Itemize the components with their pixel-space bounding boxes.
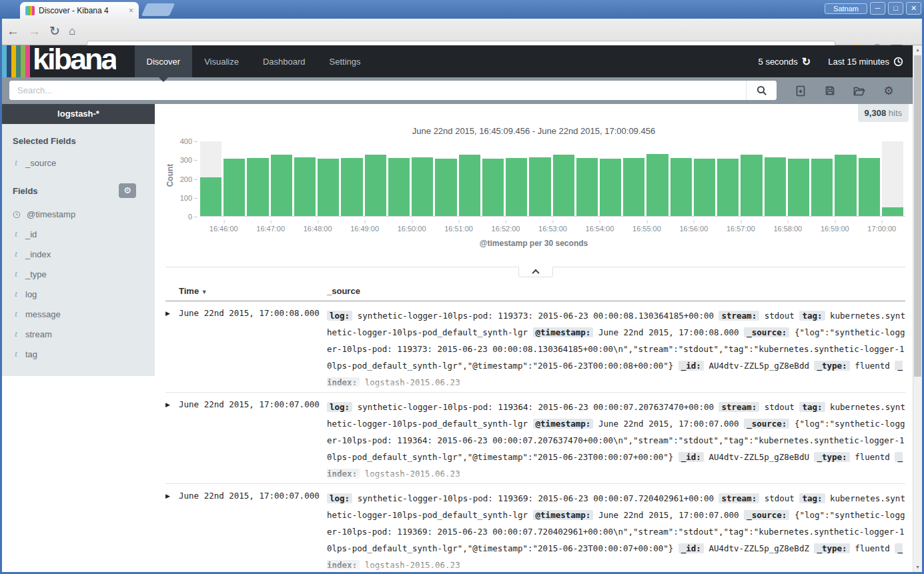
histogram-slot bbox=[412, 141, 435, 216]
minimize-button[interactable]: ─ bbox=[870, 2, 885, 15]
field-item-tag[interactable]: ttag bbox=[2, 344, 155, 364]
histogram-bar[interactable] bbox=[223, 159, 245, 216]
expand-row-icon[interactable]: ▶ bbox=[165, 307, 179, 392]
save-icon bbox=[825, 85, 835, 96]
field-item-_source[interactable]: t_source bbox=[2, 153, 155, 173]
chart-divider bbox=[165, 267, 905, 267]
field-item-_type[interactable]: t_type bbox=[2, 264, 155, 284]
field-item-stream[interactable]: tstream bbox=[2, 324, 155, 344]
nav-tab-settings[interactable]: Settings bbox=[318, 45, 373, 77]
histogram-bar[interactable] bbox=[835, 155, 856, 216]
histogram-bar[interactable] bbox=[506, 158, 527, 216]
save-search-button[interactable] bbox=[815, 77, 845, 104]
string-type-icon: t bbox=[13, 289, 19, 299]
histogram-slot bbox=[318, 141, 341, 216]
maximize-button[interactable]: □ bbox=[888, 2, 903, 15]
fields-settings-button[interactable]: ⚙ bbox=[119, 183, 136, 198]
histogram-slot bbox=[811, 141, 835, 216]
back-icon[interactable]: ← bbox=[7, 23, 19, 40]
histogram-bar[interactable] bbox=[200, 177, 221, 216]
field-item-log[interactable]: tlog bbox=[2, 284, 155, 304]
scroll-up-arrow-icon[interactable]: ▲ bbox=[913, 45, 922, 55]
histogram-bar[interactable] bbox=[459, 155, 480, 216]
nav-tab-discover[interactable]: Discover bbox=[135, 45, 193, 77]
nav-tab-dashboard[interactable]: Dashboard bbox=[251, 45, 318, 77]
collapse-chart-button[interactable] bbox=[518, 267, 553, 277]
histogram-bar[interactable] bbox=[435, 159, 456, 216]
field-badge: stream: bbox=[719, 311, 759, 321]
histogram-bar[interactable] bbox=[271, 155, 292, 216]
field-badge: stream: bbox=[719, 402, 759, 412]
histogram-bar[interactable] bbox=[341, 158, 362, 216]
histogram-bar[interactable] bbox=[859, 158, 880, 216]
kibana-brand[interactable]: kibana bbox=[33, 45, 116, 77]
histogram-bar[interactable] bbox=[412, 157, 433, 216]
histogram-bar[interactable] bbox=[882, 207, 903, 216]
histogram-bar[interactable] bbox=[600, 159, 621, 216]
refresh-interval-button[interactable]: 5 seconds ↻ bbox=[759, 55, 811, 68]
time-range-button[interactable]: Last 15 minutes bbox=[828, 57, 903, 67]
histogram-bar[interactable] bbox=[576, 158, 598, 216]
settings-button[interactable]: ⚙ bbox=[874, 77, 903, 104]
field-item-timestamp[interactable]: @timestamp bbox=[2, 205, 155, 224]
histogram-bar[interactable] bbox=[482, 159, 504, 216]
field-item-message[interactable]: tmessage bbox=[2, 304, 155, 324]
clock-icon bbox=[13, 211, 21, 219]
histogram-bar[interactable] bbox=[811, 159, 833, 216]
logo-stripe bbox=[16, 45, 21, 77]
histogram-bar[interactable] bbox=[788, 159, 809, 216]
new-document-icon bbox=[795, 85, 806, 97]
histogram-bar[interactable] bbox=[623, 158, 644, 216]
x-tick-label: 16:47:00 bbox=[256, 225, 285, 233]
search-button[interactable] bbox=[746, 81, 777, 100]
documents-table: Time ▼ _source ▶June 22nd 2015, 17:00:08… bbox=[165, 283, 905, 574]
field-badge: tag: bbox=[799, 311, 825, 321]
x-axis-label: @timestamp per 30 seconds bbox=[155, 239, 913, 248]
histogram-bar[interactable] bbox=[694, 159, 715, 216]
histogram-bar[interactable] bbox=[741, 155, 762, 216]
histogram-bar[interactable] bbox=[670, 158, 692, 216]
histogram-bar[interactable] bbox=[247, 158, 268, 216]
logo-stripe bbox=[21, 45, 25, 77]
expand-row-icon[interactable]: ▶ bbox=[165, 490, 179, 574]
histogram-bar[interactable] bbox=[365, 155, 386, 216]
x-tick-label: 16:49:00 bbox=[350, 225, 379, 233]
hits-badge: 9,308 hits bbox=[858, 104, 909, 122]
close-button[interactable]: ✕ bbox=[906, 2, 921, 15]
field-item-_index[interactable]: t_index bbox=[2, 244, 155, 264]
field-badge: _source: bbox=[744, 419, 789, 429]
column-header-time[interactable]: Time ▼ bbox=[165, 286, 327, 296]
histogram-slot bbox=[694, 141, 717, 216]
histogram-bar[interactable] bbox=[294, 157, 316, 216]
index-pattern-header[interactable]: logstash-* bbox=[2, 104, 155, 124]
new-tab-button[interactable] bbox=[141, 3, 175, 16]
scroll-down-arrow-icon[interactable]: ▼ bbox=[913, 563, 922, 572]
histogram-bar[interactable] bbox=[553, 155, 574, 216]
histogram-bar[interactable] bbox=[765, 157, 786, 216]
user-button[interactable]: Satnam bbox=[825, 3, 867, 14]
new-search-button[interactable] bbox=[786, 77, 815, 104]
expand-row-icon[interactable]: ▶ bbox=[165, 399, 179, 483]
histogram-bar[interactable] bbox=[717, 159, 739, 216]
reload-icon[interactable]: ↻ bbox=[49, 23, 60, 40]
nav-tab-visualize[interactable]: Visualize bbox=[192, 45, 251, 77]
x-tick-label: 16:58:00 bbox=[773, 225, 802, 233]
histogram-bar[interactable] bbox=[318, 159, 339, 216]
column-header-source: _source bbox=[327, 286, 360, 296]
open-search-button[interactable] bbox=[845, 77, 874, 104]
field-name: stream bbox=[25, 329, 52, 339]
string-type-icon: t bbox=[13, 157, 19, 168]
histogram-bar[interactable] bbox=[388, 158, 410, 216]
query-bar: ⚙ bbox=[2, 77, 913, 104]
tab-close-icon[interactable]: × bbox=[129, 6, 133, 15]
histogram-bar[interactable] bbox=[529, 157, 550, 216]
home-icon[interactable]: ⌂ bbox=[69, 23, 75, 40]
search-input[interactable] bbox=[9, 81, 746, 100]
browser-tab[interactable]: Discover - Kibana 4 × bbox=[20, 2, 139, 19]
histogram-bar[interactable] bbox=[646, 154, 668, 216]
page-scrollbar[interactable]: ▲ ▼ bbox=[913, 45, 922, 572]
time-range-label: Last 15 minutes bbox=[828, 57, 889, 67]
field-item-_id[interactable]: t_id bbox=[2, 224, 155, 244]
scrollbar-thumb[interactable] bbox=[914, 55, 921, 377]
forward-icon[interactable]: → bbox=[28, 23, 41, 40]
